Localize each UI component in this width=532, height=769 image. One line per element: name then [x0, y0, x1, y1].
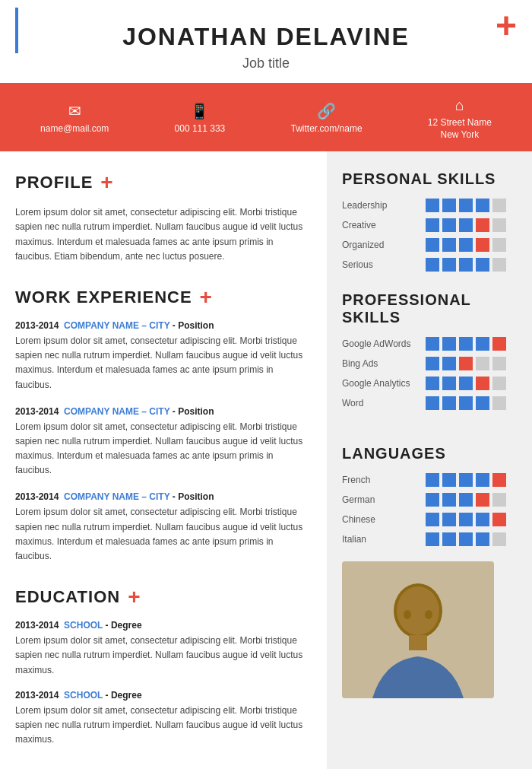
- personal-skills-section: PERSONAL SKILLS LeadershipCreativeOrgani…: [342, 170, 517, 272]
- skill-bar-empty: [492, 357, 506, 370]
- skill-bar-blue: [442, 396, 456, 410]
- skill-bars: [426, 532, 506, 546]
- edu-entry-1: 2013-2014 SCHOOL - Degree Lorem ipsum do…: [15, 620, 312, 678]
- photo-area: [342, 561, 517, 698]
- skill-bar-empty: [492, 532, 506, 546]
- address-text: 12 Street NameNew York: [428, 117, 492, 141]
- blue-accent-bar: [15, 8, 18, 53]
- languages-heading: LANGUAGES: [342, 445, 517, 462]
- right-column: PERSONAL SKILLS LeadershipCreativeOrgani…: [327, 151, 532, 769]
- work-date-2: 2013-2014 COMPANY NAME – CITY - Position: [15, 406, 312, 417]
- profile-photo: [342, 561, 494, 698]
- edu-date-1: 2013-2014 SCHOOL - Degree: [15, 620, 312, 631]
- work-date-3: 2013-2014 COMPANY NAME – CITY - Position: [15, 491, 312, 502]
- skill-bar-empty: [492, 377, 506, 390]
- skill-label: German: [342, 494, 426, 505]
- skill-bar-blue: [426, 377, 439, 390]
- skill-row: Serious: [342, 258, 517, 272]
- skill-label: French: [342, 475, 426, 485]
- skill-row: Italian: [342, 532, 517, 546]
- skill-row: Leadership: [342, 199, 517, 212]
- education-section: EDUCATION + 2013-2014 SCHOOL - Degree Lo…: [15, 585, 312, 747]
- skill-row: French: [342, 473, 517, 487]
- edu-entry-2: 2013-2014 SCHOOL - Degree Lorem ipsum do…: [15, 690, 312, 748]
- skill-bar-blue: [426, 396, 439, 410]
- email-icon: ✉: [68, 102, 81, 120]
- social-text: Twitter.com/name: [291, 123, 363, 135]
- skill-label: Serious: [342, 259, 426, 270]
- skill-bars: [426, 258, 506, 272]
- svg-point-5: [425, 610, 432, 619]
- skill-bar-red: [492, 337, 506, 351]
- skill-bar-blue: [426, 258, 439, 272]
- skill-bars: [426, 218, 506, 232]
- skill-label: Leadership: [342, 200, 426, 211]
- skill-bar-blue: [459, 258, 473, 272]
- skill-bar-red: [476, 377, 489, 390]
- skill-bar-red: [476, 493, 489, 507]
- skill-bar-blue: [426, 473, 439, 487]
- skill-bar-blue: [426, 238, 439, 252]
- professional-skills-section: PROFESSIONAL SKILLS Google AdWordsBing A…: [342, 291, 517, 410]
- skill-bar-blue: [476, 532, 489, 546]
- skill-bar-blue: [459, 396, 473, 410]
- profile-plus-icon: +: [100, 170, 113, 195]
- skill-bar-blue: [459, 337, 473, 351]
- skill-bar-blue: [426, 218, 439, 232]
- skill-bar-blue: [476, 258, 489, 272]
- professional-skills-rows: Google AdWordsBing AdsGoogle AnalyticsWo…: [342, 337, 517, 410]
- skill-bar-blue: [459, 532, 473, 546]
- skill-label: Word: [342, 398, 426, 408]
- skill-bar-blue: [426, 337, 439, 351]
- skill-bar-empty: [492, 258, 506, 272]
- profile-heading: PROFILE +: [15, 170, 312, 195]
- skill-bars: [426, 473, 506, 487]
- skill-bar-blue: [459, 513, 473, 526]
- skill-bars: [426, 377, 506, 390]
- education-heading: EDUCATION +: [15, 585, 312, 609]
- profile-text: Lorem ipsum dolor sit amet, consectetur …: [15, 205, 312, 264]
- skill-row: Chinese: [342, 513, 517, 526]
- phone-icon: 📱: [190, 102, 209, 120]
- skill-bar-blue: [459, 493, 473, 507]
- skill-bar-blue: [476, 513, 489, 526]
- contact-email: ✉ name@mail.com: [40, 102, 109, 135]
- skill-bars: [426, 199, 506, 212]
- skill-bar-blue: [426, 199, 439, 212]
- profile-section: PROFILE + Lorem ipsum dolor sit amet, co…: [15, 170, 312, 264]
- job-title: Job title: [15, 56, 517, 71]
- skill-bar-blue: [442, 199, 456, 212]
- skill-bar-blue: [442, 473, 456, 487]
- skill-bar-blue: [442, 493, 456, 507]
- svg-point-2: [397, 586, 439, 635]
- skill-bars: [426, 513, 506, 526]
- languages-rows: FrenchGermanChineseItalian: [342, 473, 517, 546]
- resume-header: + JONATHAN DELAVINE Job title: [0, 0, 532, 86]
- personal-skills-rows: LeadershipCreativeOrganizedSerious: [342, 199, 517, 272]
- skill-bar-red: [492, 513, 506, 526]
- skill-bar-blue: [442, 238, 456, 252]
- skill-label: Chinese: [342, 514, 426, 525]
- skill-bar-blue: [442, 513, 456, 526]
- skill-label: Italian: [342, 534, 426, 545]
- work-entry-2: 2013-2014 COMPANY NAME – CITY - Position…: [15, 406, 312, 478]
- work-date-1: 2013-2014 COMPANY NAME – CITY - Position: [15, 320, 312, 331]
- main-content: PROFILE + Lorem ipsum dolor sit amet, co…: [0, 151, 532, 769]
- link-icon: 🔗: [317, 102, 336, 120]
- work-desc-2: Lorem ipsum dolor sit amet, consectetur …: [15, 420, 312, 478]
- skill-bar-red: [476, 218, 489, 232]
- skill-row: Creative: [342, 218, 517, 232]
- work-desc-3: Lorem ipsum dolor sit amet, consectetur …: [15, 505, 312, 564]
- home-icon: ⌂: [455, 97, 464, 114]
- skill-bar-blue: [426, 532, 439, 546]
- skill-row: Word: [342, 396, 517, 410]
- skill-bar-red: [459, 357, 473, 370]
- skill-bar-empty: [492, 199, 506, 212]
- skill-bar-blue: [426, 357, 439, 370]
- skill-bar-red: [492, 473, 506, 487]
- skill-bar-empty: [476, 357, 489, 370]
- skill-bar-red: [476, 238, 489, 252]
- skill-bar-empty: [492, 396, 506, 410]
- skill-bar-blue: [459, 377, 473, 390]
- skill-bar-blue: [476, 396, 489, 410]
